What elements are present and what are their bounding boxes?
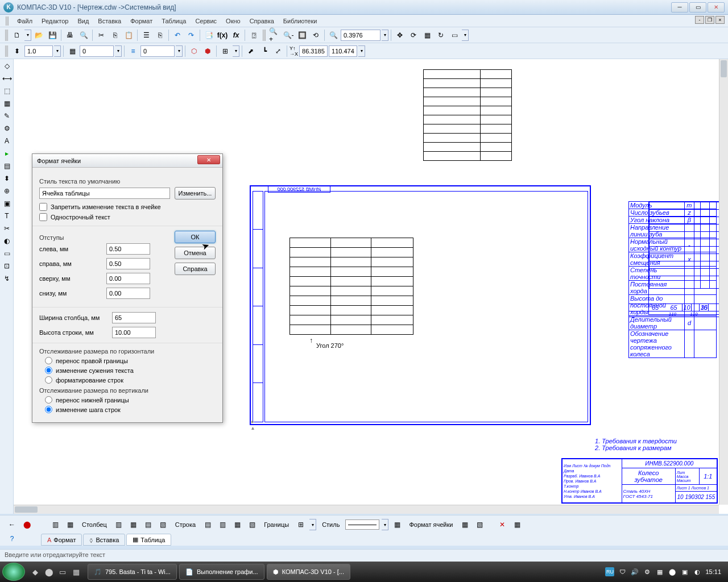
start-button[interactable] xyxy=(2,563,25,581)
props-button[interactable]: ☰ xyxy=(140,29,152,41)
indent-top-input[interactable] xyxy=(106,273,150,284)
tray-icon-4[interactable]: ▦ xyxy=(655,567,664,576)
scrollbar-vertical[interactable] xyxy=(719,59,728,505)
dialog-titlebar[interactable]: Формат ячейки ✕ xyxy=(32,154,222,168)
tool-more1[interactable]: ⬍ xyxy=(1,173,13,184)
snap2-button[interactable]: ⬢ xyxy=(201,45,214,57)
indent-right-input[interactable] xyxy=(106,258,150,269)
layer-input[interactable] xyxy=(80,45,114,57)
fx-button[interactable]: fx xyxy=(230,29,242,41)
h-opt-2-radio[interactable] xyxy=(45,367,52,374)
ortho2-button[interactable]: ┗ xyxy=(258,45,271,57)
minimize-button[interactable]: ─ xyxy=(671,2,688,13)
bp-col-icon2[interactable]: ▦ xyxy=(64,518,76,531)
bp-c2[interactable]: ▦ xyxy=(127,518,140,531)
cut-button[interactable]: ✂ xyxy=(95,29,107,41)
single-line-checkbox[interactable] xyxy=(39,213,47,221)
bp-r1[interactable]: ▤ xyxy=(201,518,214,531)
tray-icon-2[interactable]: 🔊 xyxy=(630,567,639,576)
view-dropdown[interactable]: ▾ xyxy=(462,30,469,41)
tool-more6[interactable]: ◐ xyxy=(1,235,13,247)
tool-select[interactable]: ▸ xyxy=(1,148,13,159)
tray-icon-3[interactable]: ⚙ xyxy=(643,567,652,576)
indent-left-input[interactable] xyxy=(106,243,150,255)
zoom-in-button[interactable]: 🔍+ xyxy=(268,29,281,41)
center-table[interactable] xyxy=(289,238,413,335)
tray-icon-5[interactable]: ⬤ xyxy=(668,567,677,576)
coord-y-input[interactable] xyxy=(329,45,357,57)
tray-icon-7[interactable]: ◐ xyxy=(693,567,702,576)
open-button[interactable]: 📂 xyxy=(32,29,45,41)
menu-service[interactable]: Сервис xyxy=(191,16,221,26)
row-height-input[interactable] xyxy=(112,327,156,338)
tool-more8[interactable]: ⊡ xyxy=(1,260,13,272)
bp-c1[interactable]: ▥ xyxy=(113,518,125,531)
bp-f1[interactable]: ▦ xyxy=(458,518,471,531)
tool-edit[interactable]: ✎ xyxy=(1,110,13,122)
tool-spec[interactable]: ▤ xyxy=(1,160,13,172)
h-opt-3-radio[interactable] xyxy=(45,376,52,384)
ql-1[interactable]: ◆ xyxy=(30,566,41,577)
menu-format[interactable]: Формат xyxy=(126,16,157,26)
tool-hatch[interactable]: ▦ xyxy=(1,98,13,109)
bp-r4[interactable]: ▧ xyxy=(246,518,258,531)
lock-text-checkbox[interactable] xyxy=(39,203,47,211)
grid-dropdown[interactable]: ▾ xyxy=(233,45,239,57)
menu-help[interactable]: Справка xyxy=(245,16,279,26)
new-button[interactable]: 🗋 xyxy=(11,29,23,41)
coord-dropdown[interactable]: ▾ xyxy=(358,45,365,57)
vars-button[interactable]: f(x) xyxy=(216,29,229,41)
new-dropdown[interactable]: ▾ xyxy=(24,30,31,41)
bp-stop[interactable]: ⬤ xyxy=(20,518,33,531)
v-opt-1-radio[interactable] xyxy=(45,396,52,404)
style-input[interactable] xyxy=(39,188,170,199)
tab-table[interactable]: ▦Таблица xyxy=(126,534,171,546)
menu-table[interactable]: Таблица xyxy=(157,16,191,26)
tool-text[interactable]: ⬚ xyxy=(1,85,13,97)
clock[interactable]: 15:11 xyxy=(705,568,721,575)
tab-format[interactable]: AФормат xyxy=(41,534,82,546)
layer-dropdown[interactable]: ▾ xyxy=(115,45,122,57)
menu-editor[interactable]: Редактор xyxy=(37,16,73,26)
menu-insert[interactable]: Вставка xyxy=(93,16,126,26)
mdi-close[interactable]: × xyxy=(715,16,725,24)
task-item-1[interactable]: 🎵 795. Basta - Ti ta - Wi... xyxy=(88,564,177,580)
manager-button[interactable]: 📑 xyxy=(202,29,215,41)
zoom-dropdown[interactable]: ▾ xyxy=(382,30,388,41)
v-opt-2-radio[interactable] xyxy=(45,406,52,413)
zoom-fit-button[interactable]: 🔍 xyxy=(327,29,340,41)
tool-more4[interactable]: T xyxy=(1,210,13,222)
zoom-prev-button[interactable]: ⟲ xyxy=(309,29,322,41)
indent-bottom-input[interactable] xyxy=(106,288,150,299)
tray-icon-6[interactable]: ▣ xyxy=(680,567,689,576)
bp-help[interactable]: ? xyxy=(6,533,18,545)
style-dd[interactable]: ▾ xyxy=(382,519,388,530)
tool-dim[interactable]: ⟷ xyxy=(1,73,13,84)
bp-c4[interactable]: ▧ xyxy=(157,518,169,531)
view3d-button[interactable]: ▦ xyxy=(421,29,433,41)
scale-input[interactable] xyxy=(24,45,53,57)
ql-2[interactable]: ⬤ xyxy=(43,566,55,577)
bp-b1-dd[interactable]: ▾ xyxy=(309,519,316,530)
ltype-dropdown[interactable]: ▾ xyxy=(176,45,183,57)
pan-button[interactable]: ✥ xyxy=(394,29,406,41)
menu-window[interactable]: Окно xyxy=(221,16,245,26)
ok-button[interactable]: ОК xyxy=(175,231,216,243)
menu-view[interactable]: Вид xyxy=(73,16,93,26)
menu-libs[interactable]: Библиотеки xyxy=(279,16,322,26)
scrollbar-horizontal[interactable] xyxy=(14,505,719,514)
h-opt-1-radio[interactable] xyxy=(45,357,52,364)
task-item-3[interactable]: ⬢ КОМПАС-3D V10 - [... xyxy=(267,564,350,580)
zoom-out-button[interactable]: 🔍- xyxy=(282,29,295,41)
scale-dropdown[interactable]: ▾ xyxy=(54,45,61,57)
grid-button[interactable]: ⊞ xyxy=(219,45,231,57)
bp-arrow-left[interactable]: ← xyxy=(6,518,18,531)
tool-measure[interactable]: A xyxy=(1,135,13,147)
ltype-btn[interactable]: ≡ xyxy=(127,45,139,57)
bp-b1[interactable]: ⊞ xyxy=(295,518,307,531)
zoom-input[interactable] xyxy=(341,30,380,41)
layer-btn[interactable]: ▦ xyxy=(66,45,78,57)
bp-r3[interactable]: ▦ xyxy=(231,518,243,531)
bp-col-icon1[interactable]: ▥ xyxy=(49,518,61,531)
lang-indicator[interactable]: RU xyxy=(605,567,614,576)
